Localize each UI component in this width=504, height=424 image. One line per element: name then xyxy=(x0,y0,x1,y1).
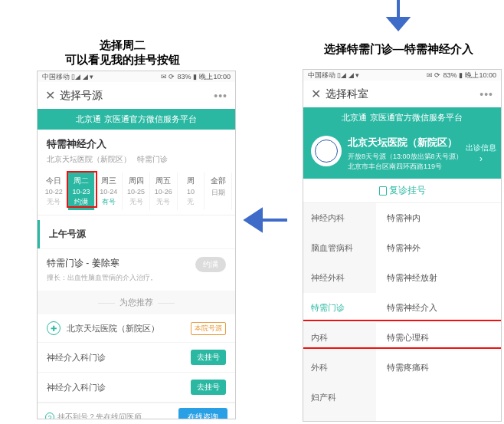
titlebar: ✕ 选择号源 ••• xyxy=(38,82,235,109)
source-dept: 特需门诊 xyxy=(137,155,168,163)
dept-left-item[interactable]: 妇产科 xyxy=(303,383,376,412)
phone-select-dept: 中国移动 ▯◢ ◢ ▾ ✉ ⟳ 83%▮ 晚上10:00 ✕ 选择科室 ••• … xyxy=(303,69,502,422)
clock-label: 晚上10:00 xyxy=(199,72,231,82)
day-selector[interactable]: 今日10-22无号 周二10-23约满 周三10-24有号 周四10-25无号 … xyxy=(38,168,235,215)
slot-item[interactable]: 特需门诊 - 姜除寒 擅长：出血性脑血管病的介入治疗。 约满 xyxy=(38,248,235,291)
caption-left: 选择周二 可以看见我的挂号按钮 xyxy=(42,38,203,67)
dept-split: 神经内科 脑血管病科 神经外科 特需门诊 内科 外科 妇产科 特需神内 特需神外… xyxy=(303,203,501,422)
arrow-left-icon xyxy=(241,207,287,236)
hospital-name: 北京天坛医院（新院区） xyxy=(348,136,463,150)
footer-tip-bar: ? 挂不到号？先在线问医师 在线咨询 xyxy=(38,403,235,419)
hospital-info: 北京天坛医院（新院区） 开放8天号源（13:00放出第8天号源） 北京市丰台区南… xyxy=(348,136,463,171)
hospital-line2: 开放8天号源（13:00放出第8天号源） xyxy=(348,152,463,162)
close-icon[interactable]: ✕ xyxy=(45,88,55,103)
day-cell[interactable]: 周四10-25无号 xyxy=(123,173,150,210)
go-register-button[interactable]: 去挂号 xyxy=(191,380,226,395)
dept-right-item[interactable]: 特需神外 xyxy=(376,233,501,263)
carrier-label: 中国移动 xyxy=(308,71,335,81)
carrier-label: 中国移动 xyxy=(42,72,70,82)
status-bar: 中国移动 ▯◢ ◢ ▾ ✉ ⟳ 83%▮ 晚上10:00 xyxy=(38,71,235,82)
arrow-down-icon xyxy=(383,0,414,40)
phone-select-source: 中国移动 ▯◢ ◢ ▾ ✉ ⟳ 83%▮ 晚上10:00 ✕ 选择号源 ••• … xyxy=(37,71,236,419)
day-cell[interactable]: 周10无 xyxy=(178,173,205,210)
fuzhen-button[interactable]: 复诊挂号 xyxy=(303,179,501,203)
dept-right-item[interactable]: 特需神经放射 xyxy=(376,263,501,293)
slot-status-button[interactable]: 约满 xyxy=(195,257,226,272)
platform-banner: 北京通 京医通官方微信服务平台 xyxy=(303,107,501,128)
dept-sub-list: 特需神内 特需神外 特需神经放射 特需神经介入 特需心理科 特需疼痛科 xyxy=(376,203,501,422)
page-title: 选择号源 xyxy=(60,89,103,103)
question-icon: ? xyxy=(45,412,54,419)
dept-left-item[interactable]: 脑血管病科 xyxy=(303,233,376,263)
day-cell[interactable]: 周三10-24有号 xyxy=(95,173,123,210)
recommend-name: 神经介入科门诊 xyxy=(47,352,191,363)
day-cell-all[interactable]: 全部日期 xyxy=(205,173,232,210)
titlebar: ✕ 选择科室 ••• xyxy=(303,81,501,107)
footer-tip-text: 挂不到号？先在线问医师 xyxy=(57,412,178,419)
dept-left-item[interactable]: 外科 xyxy=(303,353,376,383)
dept-category-list: 神经内科 脑血管病科 神经外科 特需门诊 内科 外科 妇产科 xyxy=(303,203,376,422)
recommend-name: 神经介入科门诊 xyxy=(47,382,191,393)
dept-right-item[interactable]: 特需疼痛科 xyxy=(376,353,501,383)
hospital-line3: 北京市丰台区南四环西路119号 xyxy=(348,162,463,172)
caption-right: 选择特需门诊—特需神经介入 xyxy=(303,42,494,57)
hospital-logo-icon xyxy=(311,136,342,166)
dept-right-item[interactable]: 特需神经介入 xyxy=(376,293,501,323)
platform-banner: 北京通 京医通官方微信服务平台 xyxy=(38,109,235,130)
slot-name: 特需门诊 - 姜除寒 xyxy=(47,257,157,270)
recommend-item[interactable]: ✚ 北京天坛医院（新院区） 本院号源 xyxy=(38,314,235,343)
battery-label: 83% xyxy=(177,73,191,81)
recommend-name: 北京天坛医院（新院区） xyxy=(67,323,191,334)
slot-desc: 擅长：出血性脑血管病的介入治疗。 xyxy=(47,273,157,283)
clock-label: 晚上10:00 xyxy=(465,71,496,81)
caption-left-line2: 可以看见我的挂号按钮 xyxy=(65,53,180,66)
day-cell-selected[interactable]: 周二10-23约满 xyxy=(68,173,96,210)
recommend-item[interactable]: 神经介入科门诊 去挂号 xyxy=(38,373,235,403)
page-title: 选择科室 xyxy=(326,87,368,101)
dept-right-item[interactable]: 特需神内 xyxy=(376,203,501,233)
slot-section-header: 上午号源 xyxy=(38,220,235,248)
go-register-button[interactable]: 去挂号 xyxy=(191,350,226,365)
chuzhen-link[interactable]: 出诊信息 xyxy=(466,143,496,164)
dept-left-item[interactable]: 神经内科 xyxy=(303,203,376,233)
caption-left-line1: 选择周二 xyxy=(100,38,146,51)
source-header: 特需神经介入 北京天坛医院（新院区） 特需门诊 xyxy=(38,130,235,168)
recommend-badge: 本院号源 xyxy=(191,322,226,335)
status-bar: 中国移动 ▯◢ ◢ ▾ ✉ ⟳ 83%▮ 晚上10:00 xyxy=(303,70,501,81)
day-cell[interactable]: 今日10-22无号 xyxy=(41,173,68,210)
dept-right-item[interactable]: 特需心理科 xyxy=(376,323,501,353)
recommend-item[interactable]: 神经介入科门诊 去挂号 xyxy=(38,343,235,373)
source-hospital: 北京天坛医院（新院区） xyxy=(47,155,131,163)
close-icon[interactable]: ✕ xyxy=(311,87,321,101)
hospital-small-icon: ✚ xyxy=(47,321,61,335)
dept-left-item[interactable]: 神经外科 xyxy=(303,263,376,293)
hospital-card[interactable]: 北京天坛医院（新院区） 开放8天号源（13:00放出第8天号源） 北京市丰台区南… xyxy=(303,128,501,179)
battery-label: 83% xyxy=(443,71,457,79)
source-title: 特需神经介入 xyxy=(47,137,226,151)
day-cell[interactable]: 周五10-26无号 xyxy=(150,173,178,210)
dept-left-item[interactable]: 内科 xyxy=(303,323,376,353)
recommend-header: 为您推荐 xyxy=(38,291,235,314)
online-consult-button[interactable]: 在线咨询 xyxy=(178,408,227,419)
clipboard-icon xyxy=(379,186,387,196)
dept-left-item-active[interactable]: 特需门诊 xyxy=(303,293,376,323)
menu-icon[interactable]: ••• xyxy=(214,90,227,102)
menu-icon[interactable]: ••• xyxy=(479,88,493,100)
